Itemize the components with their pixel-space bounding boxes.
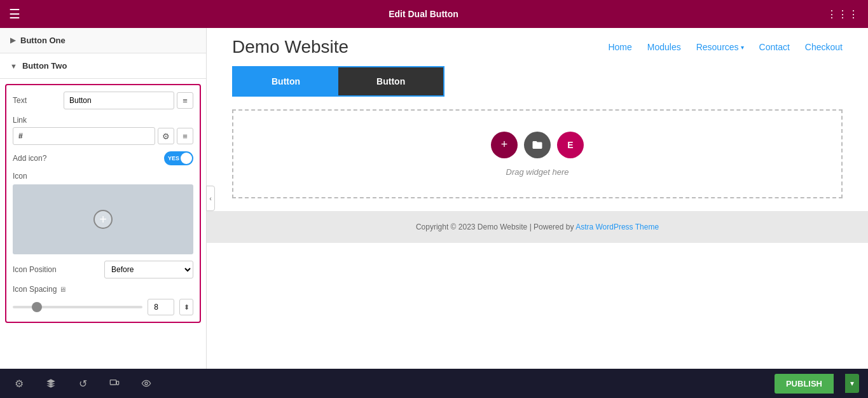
link-dynamic-icon[interactable]: ≡ [177, 128, 193, 144]
text-input[interactable] [64, 92, 174, 109]
add-icon-toggle[interactable]: YES [164, 151, 193, 165]
icon-position-select[interactable]: Before After [104, 261, 193, 278]
link-field-row: Link ⚙ ≡ [13, 116, 193, 145]
toggle-yes-label: YES [168, 155, 179, 161]
site-footer: Copyright © 2023 Demo Website | Powered … [207, 211, 868, 243]
drag-text: Drag widget here [506, 167, 569, 177]
link-input-group: ⚙ ≡ [13, 127, 193, 145]
section-two-label: Button Two [22, 61, 67, 71]
folder-icon[interactable] [524, 132, 551, 158]
sidebar: ▶ Button One ▼ Button Two Text ≡ [0, 28, 207, 369]
text-align-icon[interactable]: ≡ [177, 92, 193, 109]
spacing-stepper[interactable]: ⬍ [179, 299, 193, 315]
nav-link-modules[interactable]: Modules [647, 42, 681, 52]
icon-section-label: Icon [13, 172, 193, 181]
publish-button[interactable]: PUBLISH [775, 374, 834, 394]
drag-icons-group: + E [491, 132, 584, 158]
link-settings-icon[interactable]: ⚙ [158, 128, 174, 144]
hamburger-icon[interactable]: ☰ [9, 6, 20, 22]
bottom-bar: ⚙ ↺ PUBLISH ▾ [0, 369, 868, 398]
svg-point-2 [145, 382, 148, 385]
publish-arrow-button[interactable]: ▾ [845, 374, 859, 393]
footer-link[interactable]: Astra WordPress Theme [575, 223, 659, 231]
link-input[interactable] [13, 127, 155, 145]
button-one[interactable]: Button [233, 67, 338, 95]
add-widget-icon[interactable]: + [491, 132, 518, 158]
icon-picker[interactable]: + [13, 184, 193, 254]
button-two[interactable]: Button [338, 67, 443, 95]
nav-links: Home Modules Resources ▾ Contact Checkou… [608, 42, 843, 52]
slider-row: ⬍ [13, 299, 193, 315]
top-bar: ☰ Edit Dual Button ⋮⋮⋮ [0, 0, 868, 28]
responsive-icon[interactable] [104, 373, 125, 394]
text-input-group: ≡ [64, 92, 193, 109]
text-field-row: Text ≡ [13, 92, 193, 109]
site-title: Demo Website [232, 37, 348, 57]
svg-rect-1 [116, 381, 118, 385]
spacing-number-input[interactable] [148, 299, 174, 315]
text-label: Text [13, 96, 64, 105]
drag-zone: + E Drag widget here [232, 109, 843, 198]
footer-text: Copyright © 2023 Demo Website | Powered … [416, 223, 575, 231]
icon-position-label: Icon Position [13, 265, 57, 274]
dual-buttons-container: Button Button [232, 66, 444, 97]
icon-spacing-label: Icon Spacing 🖥 [13, 285, 66, 294]
nav-link-home[interactable]: Home [608, 42, 631, 52]
grid-icon[interactable]: ⋮⋮⋮ [827, 8, 859, 20]
spacing-slider[interactable] [13, 306, 142, 308]
resources-chevron-icon: ▾ [741, 44, 744, 51]
site-nav: Demo Website Home Modules Resources ▾ Co… [207, 28, 868, 66]
nav-link-checkout[interactable]: Checkout [805, 42, 843, 52]
nav-link-resources[interactable]: Resources ▾ [696, 42, 744, 52]
svg-rect-0 [110, 380, 116, 385]
icon-spacing-row: Icon Spacing 🖥 [13, 285, 193, 294]
section-one-label: Button One [20, 36, 65, 45]
layers-icon[interactable] [41, 373, 61, 394]
add-icon-label: Add icon? [13, 154, 46, 163]
chevron-down-icon: ▼ [10, 62, 17, 70]
sidebar-section-button-one[interactable]: ▶ Button One [0, 28, 206, 53]
top-bar-title: Edit Dual Button [389, 9, 458, 19]
monitor-icon: 🖥 [59, 285, 66, 293]
add-icon-row: Add icon? YES [13, 151, 193, 165]
website-frame: Demo Website Home Modules Resources ▾ Co… [207, 28, 868, 369]
main-content: Demo Website Home Modules Resources ▾ Co… [207, 28, 868, 369]
sidebar-collapse-button[interactable]: ‹ [206, 186, 215, 211]
button-two-panel: Text ≡ Link ⚙ ≡ Ad [5, 84, 201, 323]
icon-position-row: Icon Position Before After [13, 261, 193, 278]
nav-link-contact[interactable]: Contact [759, 42, 790, 52]
link-label: Link [13, 116, 193, 125]
history-icon[interactable]: ↺ [72, 373, 93, 394]
preview-icon[interactable] [136, 373, 156, 394]
sidebar-section-button-two[interactable]: ▼ Button Two [0, 53, 206, 79]
elementor-icon[interactable]: E [557, 132, 584, 158]
chevron-right-icon: ▶ [10, 36, 15, 45]
settings-icon[interactable]: ⚙ [9, 373, 29, 394]
buttons-area: Button Button [207, 66, 868, 97]
icon-picker-plus-icon: + [93, 210, 113, 229]
